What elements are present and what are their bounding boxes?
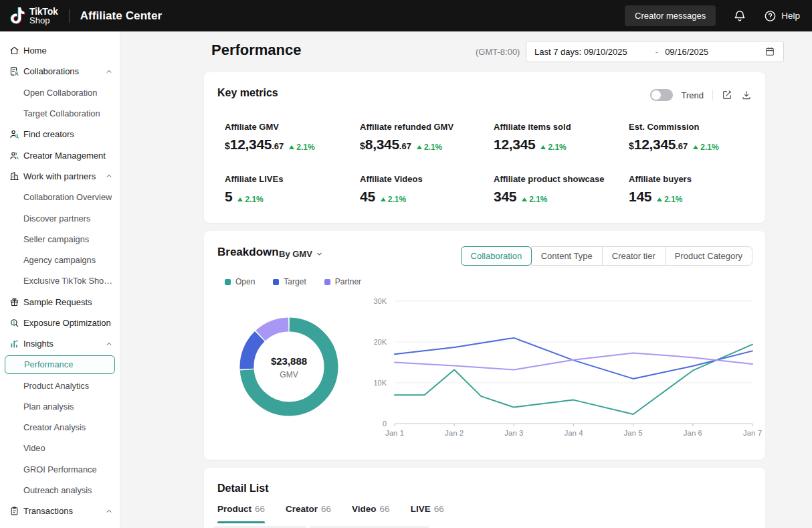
detail-tab-video[interactable]: Video66 bbox=[352, 504, 390, 523]
sidebar-item-agency-campaigns[interactable]: Agency campaigns bbox=[0, 250, 120, 270]
metric-est-commission: Est. Commission$12,345.672.1% bbox=[629, 122, 753, 153]
sidebar-item-creator-analysis[interactable]: Creator Analysis bbox=[0, 417, 120, 438]
sidebar-item-creator-management[interactable]: Creator Management bbox=[0, 145, 120, 165]
key-metrics-title: Key metrics bbox=[217, 87, 278, 99]
metric-decimal: .67 bbox=[399, 141, 411, 151]
legend-item-partner[interactable]: Partner bbox=[324, 277, 361, 286]
sidebar-item-plan-analysis[interactable]: Plan analysis bbox=[0, 396, 120, 417]
breakdown-card: Breakdown By GMV CollaborationContent Ty… bbox=[204, 231, 765, 460]
x-tick-label: Jan 3 bbox=[504, 429, 523, 437]
tab-product-category[interactable]: Product Category bbox=[665, 246, 752, 266]
sidebar-item-exposure-optimization[interactable]: Exposure Optimization bbox=[0, 313, 120, 333]
download-icon[interactable] bbox=[741, 90, 752, 100]
find-creators-icon bbox=[9, 129, 19, 139]
sidebar-item-sample-requests[interactable]: Sample Requests bbox=[0, 292, 120, 313]
sidebar-item-video[interactable]: Video bbox=[0, 438, 120, 458]
metric-label: Affiliate buyers bbox=[629, 174, 753, 184]
calendar-icon[interactable] bbox=[765, 46, 775, 57]
sidebar-item-home[interactable]: Home bbox=[0, 40, 120, 61]
sidebar-item-label: Seller campaigns bbox=[23, 234, 89, 244]
sidebar-item-transactions[interactable]: Transactions bbox=[0, 501, 120, 521]
delta-up-icon bbox=[381, 197, 386, 201]
breakdown-by-selector[interactable]: By GMV bbox=[279, 249, 323, 259]
metric-value: 145 bbox=[629, 189, 651, 205]
sidebar-item-collaboration-overview[interactable]: Collaboration Overview bbox=[0, 187, 120, 207]
tab-collaboration[interactable]: Collaboration bbox=[461, 246, 532, 266]
edit-icon[interactable] bbox=[722, 90, 732, 100]
date-range-start: Last 7 days: 09/10/2025 bbox=[534, 47, 627, 57]
metric-label: Affiliate LIVEs bbox=[225, 174, 360, 184]
tab-creator-tier[interactable]: Creator tier bbox=[602, 246, 666, 266]
y-tick-label: 20K bbox=[373, 338, 387, 346]
breakdown-tabs: CollaborationContent TypeCreator tierPro… bbox=[462, 246, 752, 266]
metric-label: Est. Commission bbox=[629, 122, 753, 132]
sidebar-item-discover-partners[interactable]: Discover partners bbox=[0, 207, 120, 228]
metric-delta: 2.1% bbox=[289, 143, 314, 152]
help-label: Help bbox=[781, 11, 800, 21]
chevron-down-icon bbox=[316, 250, 323, 258]
metric-decimal: .67 bbox=[272, 141, 284, 151]
detail-tab-product[interactable]: Product66 bbox=[217, 504, 265, 523]
detail-tab-count: 66 bbox=[321, 504, 331, 514]
sidebar-item-seller-campaigns[interactable]: Seller campaigns bbox=[0, 229, 120, 250]
metric-value: 12,345 bbox=[634, 137, 676, 153]
sidebar-item-exclusive-tiktok-shop[interactable]: Exclusive TikTok Shop ... bbox=[0, 270, 120, 291]
metric-label: Affiliate items sold bbox=[494, 122, 629, 132]
metric-affiliate-items-sold: Affiliate items sold12,3452.1% bbox=[494, 122, 629, 153]
detail-tab-creator[interactable]: Creator66 bbox=[286, 504, 331, 523]
donut-slice-partner bbox=[260, 325, 288, 336]
metric-affiliate-videos: Affiliate Videos452.1% bbox=[360, 174, 494, 205]
sidebar-item-label: Agency campaigns bbox=[23, 255, 96, 265]
sidebar-item-performance[interactable]: Performance bbox=[5, 355, 115, 374]
delta-value: 2.1% bbox=[700, 143, 718, 152]
line-series-open bbox=[395, 345, 752, 414]
sidebar-item-product-analytics[interactable]: Product Analytics bbox=[0, 375, 120, 395]
y-tick-label: 30K bbox=[373, 297, 387, 305]
tab-content-type[interactable]: Content Type bbox=[531, 246, 603, 266]
metric-decimal: .67 bbox=[676, 141, 688, 151]
trend-toggle[interactable] bbox=[650, 89, 673, 101]
sidebar-item-groi-performance[interactable]: GROI Performance bbox=[0, 459, 120, 480]
chevron-up-icon bbox=[105, 507, 113, 515]
x-tick-label: Jan 7 bbox=[743, 429, 762, 437]
sidebar-item-label: Collaboration Overview bbox=[23, 192, 112, 202]
date-range-end: 09/16/2025 bbox=[665, 47, 708, 57]
sidebar-item-find-creators[interactable]: Find creators bbox=[0, 124, 120, 145]
legend-label: Open bbox=[235, 277, 255, 286]
detail-tab-live[interactable]: LIVE66 bbox=[411, 504, 444, 523]
legend-label: Target bbox=[284, 277, 306, 286]
donut-slice-target bbox=[247, 337, 260, 369]
delta-value: 2.1% bbox=[296, 143, 314, 152]
legend-item-target[interactable]: Target bbox=[273, 277, 306, 286]
app-title: Affiliate Center bbox=[80, 9, 163, 23]
bell-icon[interactable] bbox=[733, 9, 746, 23]
detail-tab-label: Video bbox=[352, 504, 377, 514]
delta-up-icon bbox=[540, 145, 546, 149]
sidebar-item-target-collaboration[interactable]: Target Collaboration bbox=[0, 103, 120, 124]
sidebar-item-collaborations[interactable]: Collaborations bbox=[0, 61, 120, 82]
page: TikTok Shop Affiliate Center Creator mes… bbox=[0, 0, 812, 528]
creator-management-icon bbox=[9, 151, 19, 161]
tiktok-shop-logo[interactable]: TikTok Shop bbox=[9, 7, 58, 25]
sidebar-item-label: Creator Management bbox=[23, 151, 106, 161]
sidebar-item-label: Collaborations bbox=[23, 66, 79, 76]
sidebar-item-insights[interactable]: Insights bbox=[0, 333, 120, 354]
delta-up-icon bbox=[657, 197, 662, 201]
metric-currency: $ bbox=[629, 141, 634, 151]
sidebar-item-label: Outreach analysis bbox=[23, 485, 92, 495]
metric-delta: 2.1% bbox=[381, 195, 406, 204]
creator-messages-button[interactable]: Creator messages bbox=[625, 5, 716, 26]
metric-affiliate-gmv: Affiliate GMV$12,345.672.1% bbox=[225, 122, 360, 153]
metric-delta: 2.1% bbox=[522, 195, 547, 204]
legend-item-open[interactable]: Open bbox=[225, 277, 255, 286]
sidebar-item-open-collaboration[interactable]: Open Collaboration bbox=[0, 82, 120, 103]
detail-tab-count: 66 bbox=[434, 504, 444, 514]
sidebar-item-work-with-partners[interactable]: Work with partners bbox=[0, 166, 120, 187]
date-range-picker[interactable]: Last 7 days: 09/10/2025 - 09/16/2025 bbox=[526, 41, 784, 62]
sidebar-item-outreach-analysis[interactable]: Outreach analysis bbox=[0, 480, 120, 501]
legend-swatch bbox=[273, 279, 279, 285]
help-button[interactable]: Help bbox=[764, 9, 800, 22]
detail-tab-count: 66 bbox=[255, 504, 265, 514]
sidebar-item-label: Home bbox=[23, 46, 47, 56]
date-range-separator: - bbox=[655, 47, 658, 57]
